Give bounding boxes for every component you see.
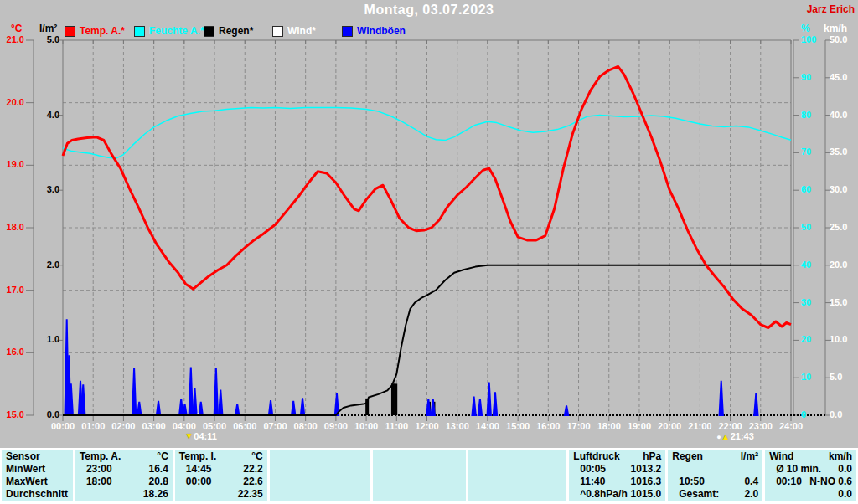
table-cell-value: 0.0	[838, 488, 856, 501]
table-column-unit	[462, 450, 466, 463]
table-cell-time	[373, 463, 384, 476]
table-cell-time: 11:40	[569, 476, 605, 488]
table-column-name: Temp. I.	[175, 450, 216, 463]
table-cell-value: 0.0	[838, 463, 856, 476]
table-value-line: ^0.8hPa/h1015.0	[569, 488, 665, 501]
table-column-name	[270, 450, 274, 463]
table-header-line	[468, 450, 566, 463]
table-column-Luftdruck: LuftdruckhPa00:051013.211:401016.3^0.8hP…	[569, 450, 665, 501]
table-cell-value: 16.4	[148, 463, 172, 476]
wind-gust-spike	[132, 368, 136, 415]
table-cell-time	[75, 488, 86, 501]
wind-gust-spike	[235, 404, 239, 415]
wind-gust-spike	[301, 398, 304, 415]
table-row-label: Durchschnitt	[2, 488, 73, 501]
wind-gust-spike	[189, 368, 193, 415]
table-cell-value	[562, 476, 566, 488]
table-row-label: Sensor	[2, 450, 73, 463]
table-value-line: 23:0016.4	[75, 463, 173, 476]
table-cell-value: 20.8	[148, 476, 172, 488]
chart-plot-area	[0, 0, 858, 448]
wind-gust-spike	[179, 399, 183, 415]
table-header-line: Windkm/h	[765, 450, 856, 463]
table-column-name: Luftdruck	[569, 450, 619, 463]
table-value-line: 00:0022.6	[175, 476, 267, 488]
table-value-line	[468, 463, 566, 476]
table-header-line: Temp. I.°C	[175, 450, 267, 463]
table-column-name	[373, 450, 377, 463]
wind-gust-spike	[199, 402, 203, 415]
table-cell-value: 22.35	[238, 488, 267, 501]
table-value-line	[373, 476, 467, 488]
table-cell-time	[468, 488, 479, 501]
table-value-line: 18.26	[75, 488, 173, 501]
table-cell-value	[366, 463, 370, 476]
table-cell-time: 10:50	[668, 476, 705, 488]
table-cell-time	[468, 463, 479, 476]
wind-gust-spike	[269, 400, 272, 415]
table-column-unit	[366, 450, 370, 463]
table-value-line	[468, 476, 566, 488]
wind-gust-spike	[183, 404, 186, 415]
table-column-empty	[373, 450, 467, 501]
table-cell-value	[366, 488, 370, 501]
wind-gust-spike	[193, 388, 196, 415]
table-cell-value	[562, 488, 566, 501]
table-cell-value: 18.26	[143, 488, 173, 501]
table-cell-value: 1013.2	[631, 463, 666, 476]
table-row-labels-column: SensorMinWertMaxWertDurchschnitt	[2, 450, 73, 501]
table-value-line	[270, 488, 370, 501]
table-column-empty	[270, 450, 370, 501]
table-cell-value: 22.2	[243, 463, 266, 476]
table-cell-time	[270, 463, 281, 476]
table-cell-time: 00:00	[175, 476, 212, 488]
table-cell-time	[270, 476, 281, 488]
table-cell-time: 14:45	[175, 463, 212, 476]
sensor-stats-table: SensorMinWertMaxWertDurchschnittTemp. A.…	[0, 448, 858, 504]
wind-gust-spike	[137, 402, 141, 415]
table-column-unit: °C	[157, 450, 172, 463]
table-cell-value: 0.4	[744, 476, 762, 488]
table-cell-time: Gesamt:	[668, 488, 719, 501]
table-cell-time	[175, 488, 186, 501]
wind-gust-spike	[426, 399, 430, 415]
table-column-name: Temp. A.	[75, 450, 121, 463]
table-cell-value	[366, 476, 370, 488]
table-value-line: 00:051013.2	[569, 463, 665, 476]
table-value-line	[270, 463, 370, 476]
table-row-label: MaxWert	[2, 476, 73, 488]
table-cell-time: 18:00	[75, 476, 112, 488]
table-cell-time: 23:00	[75, 463, 112, 476]
weather-chart-window: Montag, 03.07.2023 Jarz Erich °C l/m² % …	[0, 0, 858, 504]
table-cell-time: 00:10	[765, 476, 802, 488]
wind-gust-spike	[157, 401, 160, 415]
table-column-Regen: Regenl/m²10:500.4Gesamt:2.0	[668, 450, 762, 501]
wind-gust-spike	[494, 392, 497, 415]
table-cell-time: ^0.8hPa/h	[569, 488, 627, 501]
table-value-line: 10:500.4	[668, 476, 762, 488]
table-cell-value: 1016.3	[631, 476, 666, 488]
table-column-unit: l/m²	[741, 450, 762, 463]
table-value-line	[668, 463, 762, 476]
table-column-Temp. A.: Temp. A.°C23:0016.418:0020.818.26	[75, 450, 173, 501]
table-value-line: 14:4522.2	[175, 463, 267, 476]
table-header-line	[373, 450, 467, 463]
table-cell-value	[462, 476, 466, 488]
table-value-line: 11:401016.3	[569, 476, 665, 488]
table-value-line	[468, 488, 566, 501]
table-cell-value	[462, 463, 466, 476]
table-cell-value: 2.0	[744, 488, 762, 501]
table-cell-time: 00:05	[569, 463, 606, 476]
table-cell-time	[468, 476, 479, 488]
table-cell-time	[765, 488, 776, 501]
table-value-line	[373, 488, 467, 501]
wind-gust-spike	[754, 393, 757, 415]
table-cell-time	[270, 488, 281, 501]
wind-gust-spike	[292, 401, 295, 415]
table-column-empty	[468, 450, 566, 501]
table-column-Wind: Windkm/hØ 10 min.0.000:10N-NO 0.60.0	[765, 450, 856, 501]
table-cell-time	[373, 488, 384, 501]
table-value-line: 22.35	[175, 488, 267, 501]
table-value-line: 0.0	[765, 488, 856, 501]
wind-gust-spike	[565, 405, 568, 415]
